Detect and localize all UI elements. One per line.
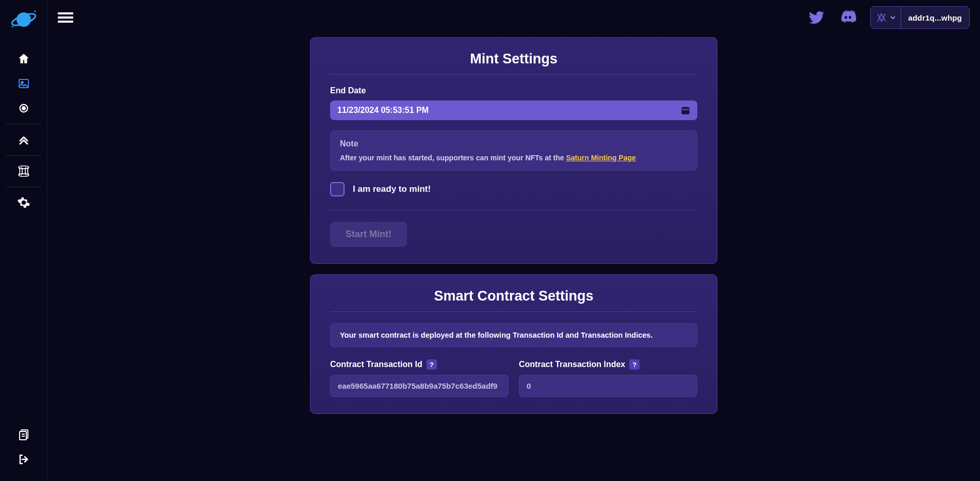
nav-up[interactable] [11,127,36,152]
topbar: addr1q...whpg [47,0,980,35]
nav-logout[interactable] [11,447,36,472]
nav-wormhole[interactable] [11,159,36,184]
svg-point-5 [21,81,23,84]
divider [330,74,697,75]
contract-info-box: Your smart contract is deployed at the f… [330,323,697,347]
svg-point-2 [34,11,36,12]
menu-toggle-icon[interactable] [52,7,79,28]
calendar-icon [681,106,690,115]
end-date-label: End Date [330,86,697,95]
nav-image[interactable] [11,71,36,96]
wallet-network-icon[interactable] [871,7,901,28]
mint-settings-card: Mint Settings End Date 11/23/2024 05:53:… [310,37,717,264]
note-box: Note After your mint has started, suppor… [330,130,697,171]
svg-rect-17 [58,21,73,23]
note-text: After your mint has started, supporters … [340,154,688,162]
tx-id-input[interactable] [330,375,509,397]
nav-divider [6,187,41,187]
sidebar [0,0,47,481]
nav-target[interactable] [11,96,36,121]
divider [330,311,697,312]
svg-rect-16 [58,16,73,19]
end-date-value: 11/23/2024 05:53:51 PM [337,106,429,115]
nav-divider [6,124,41,124]
end-date-input[interactable]: 11/23/2024 05:53:51 PM [330,101,697,120]
tx-index-input[interactable] [519,375,697,397]
tx-index-label: Contract Transaction Index [519,360,625,369]
svg-point-9 [19,174,29,176]
tx-id-label: Contract Transaction Id [330,360,422,369]
nav-settings[interactable] [11,190,36,215]
svg-rect-15 [58,12,73,14]
svg-point-3 [11,26,13,28]
twitter-icon[interactable] [807,8,826,27]
app-logo[interactable] [8,8,39,31]
note-link[interactable]: Saturn Minting Page [566,154,635,162]
ready-checkbox-label: I am ready to mint! [353,184,431,194]
ready-checkbox[interactable] [330,182,345,196]
content-scroll[interactable]: Mint Settings End Date 11/23/2024 05:53:… [47,35,980,481]
svg-point-7 [22,107,25,110]
discord-icon[interactable] [838,8,858,27]
mint-settings-title: Mint Settings [330,51,697,67]
help-icon[interactable]: ? [427,359,437,370]
nav-divider [6,155,41,156]
svg-rect-18 [682,108,689,114]
start-mint-button[interactable]: Start Mint! [330,222,407,247]
chevron-down-icon [890,15,895,20]
divider [330,210,697,210]
wallet-selector[interactable]: addr1q...whpg [870,6,970,29]
svg-point-8 [19,166,29,169]
nav-home[interactable] [11,46,36,71]
smart-contract-title: Smart Contract Settings [330,288,697,304]
smart-contract-card: Smart Contract Settings Your smart contr… [310,274,717,414]
wallet-address[interactable]: addr1q...whpg [901,13,969,22]
help-icon[interactable]: ? [629,359,640,370]
note-heading: Note [340,139,688,148]
nav-docs[interactable] [11,422,36,447]
